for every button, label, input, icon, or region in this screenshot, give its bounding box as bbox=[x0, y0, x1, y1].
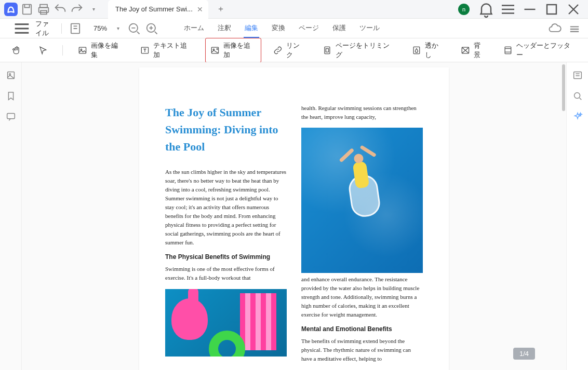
minimize-button[interactable] bbox=[519, 0, 540, 19]
add-image-label: 画像を追加 bbox=[223, 41, 257, 60]
document-title: The Joy of Summer Swimming: Diving into … bbox=[165, 104, 287, 155]
svg-rect-19 bbox=[7, 114, 15, 119]
comment-icon[interactable] bbox=[5, 111, 17, 122]
paragraph: The benefits of swimming extend beyond t… bbox=[301, 337, 423, 363]
add-text-button[interactable]: テキスト追加 bbox=[136, 38, 197, 62]
search-icon[interactable] bbox=[572, 90, 583, 102]
print-icon[interactable] bbox=[36, 2, 51, 17]
zoom-value: 75% bbox=[90, 24, 111, 32]
heading-physical: The Physical Benefits of Swimming bbox=[165, 253, 287, 261]
close-tab-icon[interactable]: ✕ bbox=[197, 5, 203, 13]
select-tool[interactable] bbox=[33, 43, 52, 58]
add-text-label: テキスト追加 bbox=[153, 41, 193, 60]
save-icon[interactable] bbox=[20, 2, 34, 17]
thumbnail-icon[interactable] bbox=[5, 70, 17, 81]
svg-rect-16 bbox=[505, 47, 511, 53]
edit-image-label: 画像を編集 bbox=[91, 41, 125, 60]
link-button[interactable]: リンク bbox=[269, 38, 311, 62]
link-icon bbox=[273, 45, 283, 56]
paragraph: Swimming is one of the most effective fo… bbox=[165, 265, 287, 282]
hand-icon bbox=[11, 45, 22, 56]
undo-icon[interactable] bbox=[53, 2, 68, 17]
redo-icon[interactable] bbox=[70, 2, 84, 17]
add-image-icon bbox=[210, 45, 220, 56]
document-canvas[interactable]: The Joy of Summer Swimming: Diving into … bbox=[22, 62, 566, 370]
file-label: ファイル bbox=[35, 19, 50, 38]
add-text-icon bbox=[140, 45, 150, 56]
svg-point-21 bbox=[574, 93, 580, 99]
crop-page-label: ページをトリミング bbox=[336, 41, 396, 60]
maximize-button[interactable] bbox=[541, 0, 562, 19]
svg-rect-20 bbox=[573, 72, 581, 79]
tab-page[interactable]: ページ bbox=[298, 19, 320, 38]
menu-icon[interactable] bbox=[498, 0, 518, 19]
edit-image-icon bbox=[77, 45, 88, 56]
tab-edit[interactable]: 編集 bbox=[244, 19, 259, 38]
top-toolbar-right bbox=[547, 21, 582, 36]
paragraph: and enhance overall endurance. The resis… bbox=[301, 275, 423, 319]
header-footer-icon bbox=[503, 45, 513, 56]
chevron-down-icon: ▾ bbox=[117, 25, 119, 31]
left-sidebar bbox=[0, 62, 22, 370]
app-logo[interactable] bbox=[4, 3, 18, 16]
watermark-icon bbox=[411, 45, 422, 56]
background-label: 背景 bbox=[474, 41, 487, 60]
page-1: The Joy of Summer Swimming: Diving into … bbox=[139, 67, 449, 370]
dropdown-icon[interactable]: ▾ bbox=[86, 2, 101, 17]
properties-icon[interactable] bbox=[572, 70, 583, 81]
new-tab-button[interactable]: ＋ bbox=[213, 2, 228, 17]
right-sidebar bbox=[566, 62, 588, 370]
page-indicator[interactable]: 1/4 bbox=[513, 348, 535, 360]
zoom-in-icon[interactable] bbox=[144, 21, 159, 36]
hand-tool[interactable] bbox=[7, 43, 26, 58]
watermark-button[interactable]: 透かし bbox=[407, 38, 449, 62]
document-content: The Joy of Summer Swimming: Diving into … bbox=[165, 104, 423, 364]
tab-annotate[interactable]: 注釈 bbox=[217, 19, 232, 38]
pool-floats-image bbox=[165, 289, 287, 357]
add-image-button[interactable]: 画像を追加 bbox=[205, 38, 261, 63]
ai-sparkle-icon[interactable] bbox=[572, 111, 583, 122]
tab-title: The Joy of Summer Swi... bbox=[115, 5, 193, 13]
crop-page-button[interactable]: ページをトリミング bbox=[318, 38, 400, 62]
zoom-out-icon[interactable] bbox=[127, 21, 141, 36]
divider bbox=[62, 45, 63, 56]
background-button[interactable]: 背景 bbox=[456, 38, 491, 62]
titlebar-right: n bbox=[458, 0, 588, 19]
reading-mode-icon[interactable] bbox=[68, 21, 83, 36]
swimmer-image bbox=[301, 128, 423, 273]
more-icon[interactable] bbox=[567, 21, 582, 36]
zoom-selector[interactable]: 75% ▾ bbox=[86, 23, 124, 33]
header-footer-button[interactable]: ヘッダーとフッター bbox=[499, 38, 581, 62]
scrollbar-thumb[interactable] bbox=[562, 64, 565, 111]
notifications-icon[interactable] bbox=[476, 0, 497, 19]
svg-rect-13 bbox=[325, 47, 330, 53]
svg-rect-4 bbox=[547, 5, 556, 14]
svg-rect-0 bbox=[23, 4, 31, 14]
header-footer-label: ヘッダーとフッター bbox=[516, 41, 577, 60]
svg-point-12 bbox=[213, 49, 214, 50]
user-avatar[interactable]: n bbox=[458, 4, 470, 15]
file-menu-button[interactable]: ファイル bbox=[6, 16, 55, 41]
crop-icon bbox=[322, 45, 332, 56]
paragraph: As the sun climbs higher in the sky and … bbox=[165, 168, 287, 247]
main-tab-menu: ホーム 注釈 編集 変換 ページ 保護 ツール bbox=[183, 19, 381, 38]
cloud-icon[interactable] bbox=[547, 21, 562, 36]
titlebar: ▾ The Joy of Summer Swi... ✕ ＋ n bbox=[0, 0, 588, 19]
close-button[interactable] bbox=[563, 0, 584, 19]
cursor-icon bbox=[37, 45, 48, 56]
svg-rect-8 bbox=[79, 47, 86, 53]
tab-home[interactable]: ホーム bbox=[183, 19, 205, 38]
document-tab[interactable]: The Joy of Summer Swi... ✕ bbox=[108, 0, 208, 19]
paragraph: health. Regular swimming sessions can st… bbox=[301, 104, 423, 121]
link-label: リンク bbox=[286, 41, 306, 60]
tab-protect[interactable]: 保護 bbox=[331, 19, 347, 38]
tab-convert[interactable]: 変換 bbox=[271, 19, 286, 38]
bookmark-icon[interactable] bbox=[5, 90, 17, 102]
edit-image-button[interactable]: 画像を編集 bbox=[73, 38, 128, 62]
main-area: The Joy of Summer Swimming: Diving into … bbox=[0, 62, 588, 370]
tab-tool[interactable]: ツール bbox=[358, 19, 381, 38]
watermark-label: 透かし bbox=[425, 41, 445, 60]
edit-ribbon: 画像を編集 テキスト追加 画像を追加 リンク ページをトリミング 透かし 背景 … bbox=[0, 38, 588, 62]
background-icon bbox=[460, 45, 471, 56]
heading-mental: Mental and Emotional Benefits bbox=[301, 325, 423, 333]
